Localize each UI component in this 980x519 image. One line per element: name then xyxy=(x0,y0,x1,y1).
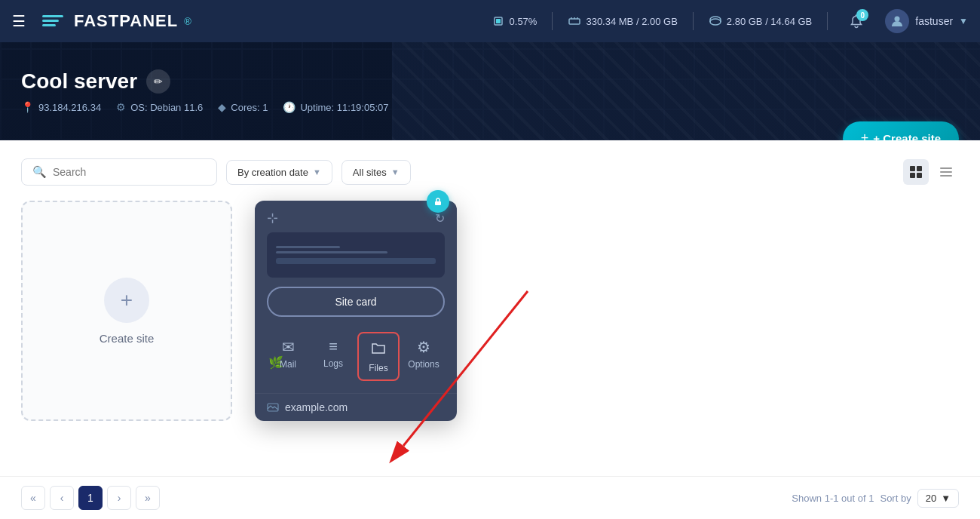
options-action[interactable]: ⚙ Options xyxy=(403,332,445,381)
grid-icon xyxy=(909,165,923,179)
ram-stat: 330.34 MB / 2.00 GB xyxy=(568,14,677,28)
os-meta: ⚙ OS: Debian 11.6 xyxy=(116,101,203,113)
os-icon: ⚙ xyxy=(116,101,126,113)
sites-filter-chevron: ▼ xyxy=(391,167,400,177)
divider2 xyxy=(693,12,694,30)
search-input[interactable] xyxy=(53,166,206,178)
edit-server-btn[interactable]: ✏ xyxy=(146,69,170,94)
menu-icon: ☰ xyxy=(12,12,26,30)
site-name-row: example.com xyxy=(255,393,457,421)
options-icon: ⚙ xyxy=(417,338,430,356)
uptime-text: Uptime: 11:19:05:07 xyxy=(300,102,388,113)
server-title: Cool server xyxy=(21,69,137,94)
notifications-btn[interactable]: 0 xyxy=(843,8,870,35)
search-icon: 🔍 xyxy=(32,165,47,179)
os-text: OS: Debian 11.6 xyxy=(130,102,203,113)
svg-rect-2 xyxy=(42,24,56,26)
ram-icon xyxy=(568,14,581,28)
drag-handle[interactable]: ⊹ xyxy=(267,210,278,226)
preview-line2 xyxy=(276,251,387,253)
sort-value: 20 xyxy=(926,493,936,504)
disk-stat: 2.80 GB / 14.64 GB xyxy=(709,14,812,28)
preview-line1 xyxy=(276,246,340,248)
mail-icon: ✉ xyxy=(282,338,295,356)
shown-label: Shown 1-1 out of 1 xyxy=(792,493,874,504)
sort-select[interactable]: 20 ▼ xyxy=(917,489,959,508)
ip-text: 93.184.216.34 xyxy=(38,102,101,113)
svg-rect-14 xyxy=(917,173,922,178)
popup-header: ⊹ ↻ xyxy=(255,201,457,232)
mail-label: Mail xyxy=(280,359,296,370)
logo-icon xyxy=(41,12,68,30)
page-1-btn[interactable]: 1 xyxy=(78,486,103,510)
svg-point-10 xyxy=(895,17,900,22)
files-action[interactable]: Files xyxy=(357,332,400,381)
cores-meta: ◆ Cores: 1 xyxy=(218,101,268,113)
svg-rect-11 xyxy=(910,166,915,171)
pagination-bar: « ‹ 1 › » Shown 1-1 out of 1 Sort by 20 … xyxy=(0,476,980,519)
svg-rect-17 xyxy=(940,175,952,177)
username-label: fastuser xyxy=(915,15,953,27)
site-card-btn-label: Site card xyxy=(335,296,376,308)
svg-rect-0 xyxy=(42,15,63,17)
svg-rect-15 xyxy=(940,167,952,169)
preview-block xyxy=(276,258,436,264)
image-icon xyxy=(267,401,279,413)
svg-rect-13 xyxy=(910,173,915,178)
cpu-icon xyxy=(492,14,505,28)
lock-icon xyxy=(433,196,443,207)
cores-text: Cores: 1 xyxy=(231,102,268,113)
svg-rect-12 xyxy=(917,166,922,171)
refresh-icon[interactable]: ↻ xyxy=(435,211,445,226)
svg-rect-18 xyxy=(435,201,441,205)
mail-action[interactable]: ✉ Mail xyxy=(267,332,309,381)
logo-trademark: ® xyxy=(184,16,191,27)
popup-actions: ✉ Mail ≡ Logs Files ⚙ Options xyxy=(255,326,457,393)
site-card-btn[interactable]: Site card xyxy=(267,287,445,317)
user-avatar xyxy=(885,9,909,33)
svg-rect-16 xyxy=(940,171,952,173)
logs-icon: ≡ xyxy=(329,338,338,355)
notification-badge: 0 xyxy=(856,9,868,21)
cpu-stat: 0.57% xyxy=(492,14,537,28)
page-info: Shown 1-1 out of 1 Sort by 20 ▼ xyxy=(792,489,959,508)
logs-action[interactable]: ≡ Logs xyxy=(312,332,354,381)
create-new-icon: + xyxy=(104,278,149,323)
disk-value: 2.80 GB / 14.64 GB xyxy=(727,16,812,27)
files-label: Files xyxy=(369,363,387,373)
list-icon xyxy=(939,165,953,179)
svg-rect-4 xyxy=(496,19,501,23)
grid-view-btn[interactable] xyxy=(903,159,929,185)
user-menu[interactable]: fastuser ▼ xyxy=(885,9,968,33)
page-navigation: « ‹ 1 › » xyxy=(21,486,160,510)
files-icon xyxy=(370,339,387,360)
ram-value: 330.34 MB / 2.00 GB xyxy=(586,16,677,27)
search-box[interactable]: 🔍 xyxy=(21,158,217,186)
ssl-badge xyxy=(427,190,449,213)
prev-page-btn[interactable]: ‹ xyxy=(50,486,74,510)
last-page-btn[interactable]: » xyxy=(136,486,160,510)
list-view-btn[interactable] xyxy=(933,159,959,185)
next-page-btn[interactable]: › xyxy=(107,486,131,510)
sort-filter-btn[interactable]: By creation date ▼ xyxy=(226,160,332,185)
create-new-label: Create site xyxy=(100,332,155,345)
sites-filter-btn[interactable]: All sites ▼ xyxy=(341,160,411,185)
first-page-btn[interactable]: « xyxy=(21,486,45,510)
sort-by-label: Sort by xyxy=(880,493,911,504)
view-toggle xyxy=(903,159,959,185)
logs-label: Logs xyxy=(323,358,343,369)
user-icon xyxy=(890,14,904,28)
sort-filter-label: By creation date xyxy=(237,167,308,178)
location-icon: 📍 xyxy=(21,101,34,113)
logo: FASTPANEL ® xyxy=(41,11,191,31)
cores-icon: ◆ xyxy=(218,101,226,113)
options-label: Options xyxy=(408,359,439,370)
uptime-meta: 🕐 Uptime: 11:19:05:07 xyxy=(283,101,388,113)
user-chevron: ▼ xyxy=(959,16,968,26)
svg-rect-1 xyxy=(42,20,59,22)
divider3 xyxy=(827,12,828,30)
create-new-site-card[interactable]: + Create site xyxy=(21,201,232,421)
sites-grid: + Create site ⊹ ↻ Site card xyxy=(21,201,959,427)
site-name: example.com xyxy=(285,401,348,413)
disk-icon xyxy=(709,14,722,28)
